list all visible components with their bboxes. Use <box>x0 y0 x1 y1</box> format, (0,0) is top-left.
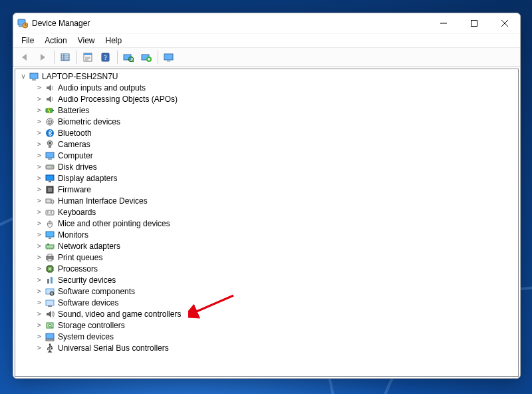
titlebar[interactable]: Device Manager <box>13 13 520 33</box>
expand-icon[interactable]: > <box>35 288 43 295</box>
tree-node-hid[interactable]: >Human Interface Devices <box>15 195 518 206</box>
toolbar-monitor-button[interactable] <box>160 49 178 66</box>
tree-node-network[interactable]: >Network adapters <box>15 240 518 252</box>
tree-node-fingerprint[interactable]: >Biometric devices <box>15 116 518 127</box>
tree-node-label: Keyboards <box>58 208 96 217</box>
svg-point-55 <box>49 324 51 327</box>
svg-rect-31 <box>49 181 51 182</box>
usb-icon <box>45 343 55 353</box>
tree-node-battery[interactable]: >Batteries <box>15 104 518 116</box>
security-icon <box>45 275 55 286</box>
svg-rect-3 <box>471 21 477 27</box>
svg-rect-48 <box>51 277 53 284</box>
expand-icon[interactable]: > <box>35 84 43 91</box>
device-tree-pane[interactable]: vLAPTOP-ESH2SN7U>Audio inputs and output… <box>15 69 519 377</box>
expand-icon[interactable]: > <box>35 118 43 125</box>
tree-node-printer[interactable]: >Print queues <box>15 252 518 263</box>
expand-icon[interactable]: > <box>35 95 43 102</box>
toolbar-show-hidden-button[interactable] <box>57 49 74 66</box>
tree-node-cpu[interactable]: >Processors <box>15 263 518 274</box>
tree-node-security[interactable]: >Security devices <box>15 274 518 286</box>
tree-node-speaker[interactable]: >Audio inputs and outputs <box>15 82 518 93</box>
tree-node-camera[interactable]: >Cameras <box>15 138 518 150</box>
expand-icon[interactable]: > <box>35 333 43 340</box>
expand-icon[interactable]: > <box>35 242 43 250</box>
expand-icon[interactable]: > <box>35 163 43 170</box>
tree-node-disk[interactable]: >Disk drives <box>15 161 518 172</box>
expand-icon[interactable]: > <box>35 197 43 204</box>
tree-node-software-comp[interactable]: >Software components <box>15 286 518 297</box>
toolbar-properties-button[interactable] <box>79 49 96 66</box>
svg-rect-44 <box>48 259 52 261</box>
tree-node-monitor[interactable]: >Monitors <box>15 229 518 240</box>
minimize-button[interactable] <box>428 13 459 33</box>
expand-icon[interactable]: > <box>35 344 43 351</box>
menu-help[interactable]: Help <box>100 35 128 47</box>
svg-rect-34 <box>46 199 51 203</box>
svg-rect-15 <box>30 73 38 79</box>
toolbar-forward-button <box>34 49 51 66</box>
svg-rect-39 <box>49 238 51 239</box>
tree-node-mouse[interactable]: >Mice and other pointing devices <box>15 218 518 229</box>
tree-node-bluetooth[interactable]: >Bluetooth <box>15 127 518 138</box>
expand-icon[interactable]: > <box>35 299 43 306</box>
tree-root[interactable]: vLAPTOP-ESH2SN7U <box>15 71 518 82</box>
tree-node-label: Security devices <box>58 276 116 285</box>
tree-node-speaker[interactable]: >Audio Processing Objects (APOs) <box>15 93 518 104</box>
monitor-icon <box>45 230 55 240</box>
tree-node-label: Software devices <box>58 298 118 307</box>
tree-node-storage[interactable]: >Storage controllers <box>15 319 518 331</box>
tree-node-usb[interactable]: >Universal Serial Bus controllers <box>15 342 518 353</box>
expand-icon[interactable]: v <box>19 73 27 80</box>
expand-icon[interactable]: > <box>35 129 43 136</box>
expand-icon[interactable]: > <box>35 208 43 216</box>
expand-icon[interactable]: > <box>35 174 43 182</box>
svg-rect-30 <box>46 175 54 180</box>
expand-icon[interactable]: > <box>35 310 43 317</box>
expand-icon[interactable]: > <box>35 186 43 193</box>
svg-rect-40 <box>46 245 54 248</box>
svg-point-21 <box>49 121 51 122</box>
system-icon <box>45 331 55 342</box>
mouse-icon <box>45 218 55 229</box>
expand-icon[interactable]: > <box>35 276 43 284</box>
device-tree: vLAPTOP-ESH2SN7U>Audio inputs and output… <box>15 71 518 353</box>
toolbar-help-button[interactable]: ? <box>97 49 114 66</box>
tree-node-computer[interactable]: >Computer <box>15 150 518 161</box>
expand-icon[interactable]: > <box>35 140 43 148</box>
tree-node-system[interactable]: >System devices <box>15 331 518 342</box>
svg-point-35 <box>51 200 54 204</box>
toolbar-scan-hardware-button[interactable] <box>120 49 137 66</box>
svg-rect-46 <box>49 268 51 270</box>
tree-node-label: Bluetooth <box>58 128 92 138</box>
tree-node-display[interactable]: >Display adapters <box>15 172 518 184</box>
svg-point-24 <box>49 142 51 144</box>
tree-node-keyboard[interactable]: >Keyboards <box>15 206 518 218</box>
close-button[interactable] <box>489 13 520 33</box>
svg-text:?: ? <box>104 54 107 61</box>
maximize-button[interactable] <box>459 13 489 33</box>
expand-icon[interactable]: > <box>35 321 43 329</box>
toolbar-add-legacy-button[interactable] <box>138 49 155 66</box>
fingerprint-icon <box>45 116 55 127</box>
tree-node-label: Computer <box>58 151 93 160</box>
expand-icon[interactable]: > <box>35 231 43 238</box>
svg-rect-28 <box>46 165 54 169</box>
menu-file[interactable]: File <box>16 35 39 47</box>
tree-node-label: Print queues <box>58 253 102 262</box>
menu-action[interactable]: Action <box>39 35 72 47</box>
tree-node-software-dev[interactable]: >Software devices <box>15 297 518 308</box>
svg-point-58 <box>49 343 51 345</box>
menu-view[interactable]: View <box>72 35 100 47</box>
expand-icon[interactable]: > <box>35 220 43 227</box>
battery-icon <box>45 105 55 116</box>
expand-icon[interactable]: > <box>35 106 43 114</box>
expand-icon[interactable]: > <box>35 254 43 261</box>
tree-node-sound[interactable]: >Sound, video and game controllers <box>15 308 518 319</box>
svg-rect-56 <box>46 333 54 339</box>
expand-icon[interactable]: > <box>35 265 43 272</box>
expand-icon[interactable]: > <box>35 152 43 159</box>
printer-icon <box>45 252 55 263</box>
tree-node-firmware[interactable]: >Firmware <box>15 184 518 195</box>
tree-node-label: Firmware <box>58 185 91 194</box>
